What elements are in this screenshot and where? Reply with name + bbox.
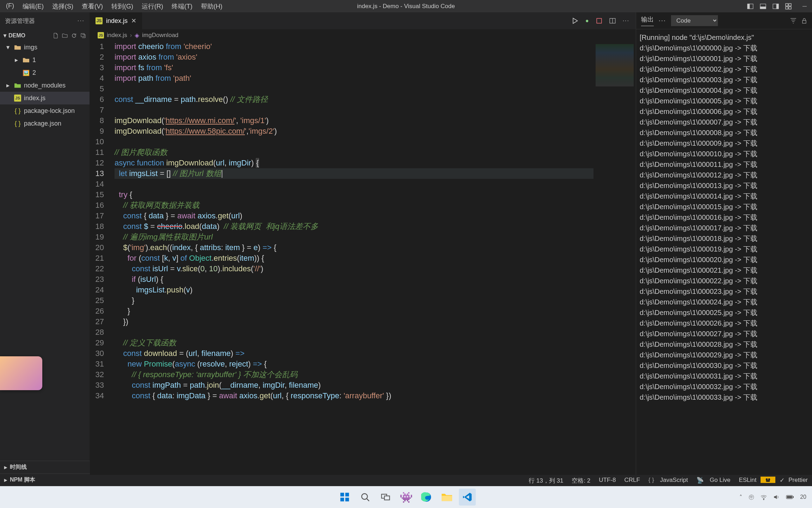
file-explorer-icon[interactable] bbox=[438, 489, 455, 506]
menu-item[interactable]: 终端(T) bbox=[167, 2, 197, 11]
statusbar: Connect 行 13，列 31 空格: 2 UTF-8 CRLF { } J… bbox=[0, 475, 812, 486]
code-editor[interactable]: 1234567891011121314151617181920212223242… bbox=[90, 41, 636, 475]
eslint[interactable]: ESLint bbox=[734, 477, 761, 484]
output-more-icon[interactable]: ··· bbox=[659, 17, 666, 24]
section-timeline[interactable]: ▸时间线 bbox=[0, 461, 90, 473]
breadcrumb-file[interactable]: index.js bbox=[107, 32, 127, 39]
eol[interactable]: CRLF bbox=[620, 477, 644, 484]
tree-item-label: package-lock.json bbox=[24, 107, 75, 115]
run-icon[interactable] bbox=[571, 17, 578, 24]
taskbar: 👾 ˄ ㊥ 20 bbox=[0, 486, 812, 508]
chevron-icon: ▸ bbox=[6, 81, 11, 89]
tray-battery-icon[interactable] bbox=[786, 495, 794, 500]
sidebar-explorer: 资源管理器 ··· ▾ DEMO ▾imgs▸1🖼️2▸node_modules… bbox=[0, 12, 90, 475]
tree-item[interactable]: ▸node_modules bbox=[0, 79, 90, 92]
tabs: JS index.js ✕ ● ··· bbox=[90, 12, 636, 29]
close-icon[interactable]: ✕ bbox=[131, 17, 136, 25]
svg-rect-31 bbox=[793, 496, 794, 498]
tree-item[interactable]: ▸1 bbox=[0, 54, 90, 66]
more-icon[interactable]: ··· bbox=[623, 18, 629, 24]
tray-volume-icon[interactable] bbox=[773, 494, 780, 500]
indentation[interactable]: 空格: 2 bbox=[567, 477, 595, 485]
tree-item[interactable]: ▾imgs bbox=[0, 41, 90, 54]
menu-item[interactable]: 运行(R) bbox=[137, 2, 167, 11]
svg-rect-3 bbox=[760, 7, 766, 9]
svg-rect-9 bbox=[789, 7, 791, 9]
minimize-icon[interactable] bbox=[801, 2, 808, 10]
svg-point-17 bbox=[768, 478, 770, 480]
refresh-icon[interactable] bbox=[71, 33, 77, 38]
layout-bottom-icon[interactable] bbox=[759, 2, 767, 10]
task-view-icon[interactable] bbox=[377, 489, 394, 506]
language-mode[interactable]: { } JavaScript bbox=[644, 477, 692, 484]
layout-left-icon[interactable] bbox=[746, 2, 754, 10]
section-npm-scripts[interactable]: ▸NPM 脚本 bbox=[0, 473, 90, 486]
menu-item[interactable]: 查看(V) bbox=[78, 2, 107, 11]
svg-rect-15 bbox=[802, 20, 806, 23]
chevron-right-icon: ▸ bbox=[4, 464, 7, 471]
cursor-position[interactable]: 行 13，列 31 bbox=[524, 477, 567, 485]
breadcrumb[interactable]: JS index.js › ◈ imgDownload bbox=[90, 29, 636, 41]
output-channel-select[interactable]: Code bbox=[671, 15, 718, 26]
tray-wifi-icon[interactable] bbox=[761, 494, 767, 500]
svg-rect-18 bbox=[766, 480, 770, 482]
menu-item[interactable]: (F) bbox=[2, 2, 18, 11]
filter-icon[interactable] bbox=[790, 18, 796, 24]
tray-time[interactable]: 20 bbox=[800, 494, 806, 500]
search-icon[interactable] bbox=[357, 489, 374, 506]
tray-chevron-icon[interactable]: ˄ bbox=[739, 494, 742, 501]
customize-layout-icon[interactable] bbox=[785, 2, 792, 10]
vscode-icon[interactable] bbox=[459, 489, 476, 506]
svg-point-23 bbox=[362, 494, 367, 499]
menu-item[interactable]: 编辑(E) bbox=[18, 2, 48, 11]
menu-item[interactable]: 选择(S) bbox=[48, 2, 78, 11]
tree-item[interactable]: { }package-lock.json bbox=[0, 104, 90, 117]
breadcrumb-symbol[interactable]: imgDownload bbox=[142, 32, 178, 39]
tree-item-label: 2 bbox=[32, 69, 36, 77]
tray-ime-icon[interactable]: ㊥ bbox=[749, 494, 754, 501]
tab-index-js[interactable]: JS index.js ✕ bbox=[90, 12, 142, 29]
layout-right-icon[interactable] bbox=[772, 2, 780, 10]
debug-icon[interactable]: ● bbox=[585, 18, 589, 24]
start-button[interactable] bbox=[336, 489, 353, 506]
menu-item[interactable]: 帮助(H) bbox=[197, 2, 227, 11]
menubar: (F)编辑(E)选择(S)查看(V)转到(G)运行(R)终端(T)帮助(H) i… bbox=[0, 0, 812, 12]
stop-icon[interactable] bbox=[596, 18, 602, 24]
prettier[interactable]: ✓ Prettier bbox=[775, 477, 812, 484]
chevron-icon: ▸ bbox=[15, 56, 20, 64]
tree-item-label: 1 bbox=[32, 56, 36, 64]
encoding[interactable]: UTF-8 bbox=[595, 477, 620, 484]
chevron-right-icon: ▸ bbox=[4, 477, 7, 483]
editor: JS index.js ✕ ● ··· JS index.js › ◈ imgD… bbox=[90, 12, 636, 475]
copilot-icon[interactable] bbox=[761, 477, 775, 483]
tree-item[interactable]: 🖼️2 bbox=[0, 66, 90, 79]
tree-item[interactable]: { }package.json bbox=[0, 117, 90, 130]
lock-icon[interactable] bbox=[801, 18, 807, 24]
tree-item-label: node_modules bbox=[24, 82, 66, 89]
floating-avatar[interactable] bbox=[0, 356, 42, 390]
explorer-more-icon[interactable]: ··· bbox=[78, 17, 85, 24]
split-editor-icon[interactable] bbox=[609, 18, 616, 24]
project-name: DEMO bbox=[8, 32, 25, 39]
new-file-icon[interactable] bbox=[53, 33, 59, 38]
app-icon[interactable]: 👾 bbox=[398, 489, 414, 506]
menu-item[interactable]: 转到(G) bbox=[107, 2, 137, 11]
svg-rect-6 bbox=[786, 4, 788, 6]
tree-item-label: imgs bbox=[24, 44, 37, 51]
project-header[interactable]: ▾ DEMO bbox=[0, 31, 90, 40]
tree-item[interactable]: JSindex.js bbox=[0, 92, 90, 104]
svg-rect-7 bbox=[789, 4, 791, 6]
svg-rect-32 bbox=[787, 496, 792, 498]
window-title: index.js - Demo - Visual Studio Code bbox=[357, 3, 455, 10]
explorer-title: 资源管理器 bbox=[5, 17, 35, 25]
minimap[interactable] bbox=[593, 41, 636, 475]
collapse-icon[interactable] bbox=[80, 33, 86, 38]
new-folder-icon[interactable] bbox=[62, 33, 68, 38]
tree-item-label: package.json bbox=[24, 120, 61, 127]
svg-point-29 bbox=[763, 499, 764, 500]
svg-rect-11 bbox=[81, 34, 84, 37]
output-tab[interactable]: 输出 bbox=[641, 15, 654, 26]
svg-rect-19 bbox=[340, 493, 344, 497]
go-live[interactable]: 📡 Go Live bbox=[692, 477, 734, 484]
edge-icon[interactable] bbox=[418, 489, 435, 506]
